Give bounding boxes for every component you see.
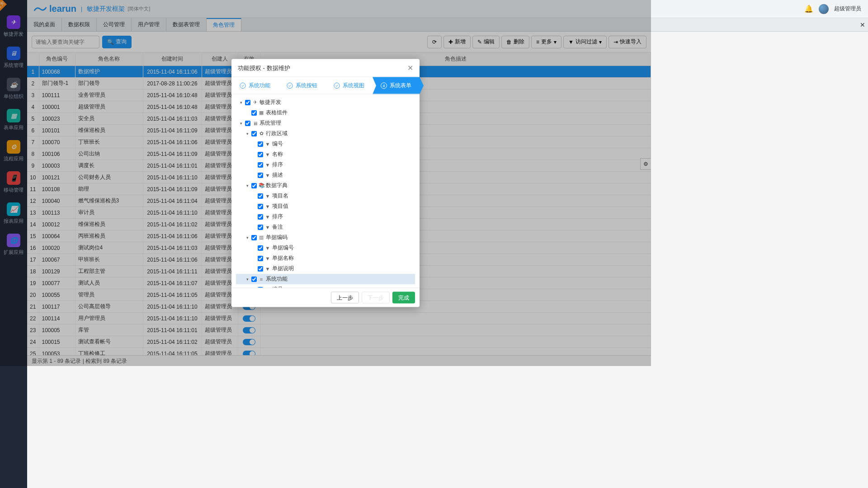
tree-node-icon: ▼ [265,245,270,250]
tree-node-icon: ▼ [265,266,270,271]
tree-node[interactable]: ▼编号 [236,139,415,149]
tree-node[interactable]: ▾✈敏捷开发 [236,97,415,108]
tree-caret-icon[interactable]: ▾ [245,235,250,239]
tree-checkbox[interactable] [251,131,257,136]
tree-node-icon: ▼ [265,214,270,219]
tree-checkbox[interactable] [245,99,250,105]
tree-node-label: 单据编号 [272,244,294,252]
tree-checkbox[interactable] [258,162,263,167]
authorize-modal: 功能授权 - 数据维护 ✕ 系统功能系统按钮系统视图4系统表单 ▾✈敏捷开发▦表… [231,59,420,307]
tree-node-label: 描述 [272,171,283,179]
tree-node[interactable]: ▾📚数据字典 [236,180,415,191]
tree-node-label: 备注 [272,223,283,231]
tree-node-icon: ▼ [265,224,270,230]
tree-checkbox[interactable] [258,214,263,219]
tree-node-label: 系统功能 [266,275,288,283]
tree-node-icon: 🖥 [252,120,258,126]
tree-node-icon: 📚 [259,183,264,188]
tree-checkbox[interactable] [258,286,263,288]
tree-checkbox[interactable] [251,235,257,240]
tree-checkbox[interactable] [251,183,257,188]
tree-node-label: 数据字典 [266,182,288,189]
tree-node-label: 系统管理 [259,119,281,127]
tree-node[interactable]: ▼备注 [236,222,415,232]
tree-node-label: 单据名称 [272,254,294,262]
tree-node-label: 单据编码 [266,234,288,241]
tree-node-label: 编号 [272,286,283,288]
next-step-button[interactable]: 下一步 [362,292,390,304]
tree-checkbox[interactable] [258,255,263,261]
wizard-step-1[interactable]: 系统按钮 [278,77,326,94]
tree-caret-icon[interactable]: ▾ [245,277,250,281]
svg-point-0 [240,83,245,88]
tree-node[interactable]: ▼单据名称 [236,253,415,263]
modal-close-icon[interactable]: ✕ [407,64,413,72]
tree-checkbox[interactable] [258,203,263,209]
tree-checkbox[interactable] [258,141,263,146]
tree-node-icon: ▼ [265,141,270,146]
tree-node-label: 编号 [272,140,283,148]
tree-node-label: 排序 [272,213,283,221]
tree-node-icon: ▼ [265,172,270,178]
tree-node-icon: ▥ [259,235,264,240]
tree-node[interactable]: ▾≡系统功能 [236,274,415,284]
tree-checkbox[interactable] [258,224,263,230]
tree-checkbox[interactable] [251,110,257,115]
tree-node[interactable]: ▼项目值 [236,201,415,211]
svg-point-1 [287,83,292,88]
tree-node[interactable]: ▼编号 [236,284,415,288]
permission-tree[interactable]: ▾✈敏捷开发▦表格组件▾🖥系统管理▾✿行政区域▼编号▼名称▼排序▼描述▾📚数据字… [231,94,420,288]
wizard-step-0[interactable]: 系统功能 [231,77,278,94]
tree-node-label: 名称 [272,150,283,158]
tree-checkbox[interactable] [245,120,250,126]
modal-title: 功能授权 - 数据维护 [238,64,290,72]
tree-node-icon: ▼ [265,162,270,167]
tree-node[interactable]: ▼排序 [236,160,415,170]
tree-node[interactable]: ▼单据编号 [236,243,415,253]
prev-step-button[interactable]: 上一步 [331,292,359,304]
tree-node-icon: ≡ [259,276,264,282]
tree-node-icon: ▼ [265,193,270,198]
tree-node-icon: ▼ [265,151,270,157]
tree-node[interactable]: ▼单据说明 [236,263,415,274]
tree-node-icon: ✿ [259,131,264,136]
tree-node[interactable]: ▾▥单据编码 [236,232,415,243]
tree-node[interactable]: ▾🖥系统管理 [236,118,415,128]
tree-node[interactable]: ▼排序 [236,211,415,222]
tree-node-icon: ▼ [265,255,270,261]
tree-node-icon: ▼ [265,203,270,209]
tree-node-label: 敏捷开发 [259,99,281,106]
tree-node-label: 项目名 [272,192,288,200]
finish-button[interactable]: 完成 [392,292,415,304]
tree-node-icon: ✈ [252,99,258,105]
tree-checkbox[interactable] [251,276,257,282]
tree-node-icon: ▼ [265,286,270,288]
tree-checkbox[interactable] [258,266,263,271]
wizard-step-2[interactable]: 系统视图 [326,77,373,94]
tree-node-label: 项目值 [272,202,288,210]
tree-node[interactable]: ▼名称 [236,149,415,160]
tree-node-label: 表格组件 [266,109,288,117]
tree-checkbox[interactable] [258,193,263,198]
wizard-step-3[interactable]: 4系统表单 [373,77,420,94]
tree-node-label: 单据说明 [272,265,294,272]
tree-node[interactable]: ▦表格组件 [236,108,415,118]
svg-point-2 [334,83,340,88]
tree-node[interactable]: ▾✿行政区域 [236,128,415,139]
tree-node-label: 行政区域 [266,130,288,137]
tree-node-icon: ▦ [259,110,264,116]
tree-caret-icon[interactable]: ▾ [239,121,243,125]
tree-checkbox[interactable] [258,245,263,250]
tree-caret-icon[interactable]: ▾ [245,183,250,188]
tree-node[interactable]: ▼描述 [236,170,415,180]
tree-node-label: 排序 [272,161,283,169]
tree-checkbox[interactable] [258,172,263,178]
tree-checkbox[interactable] [258,151,263,157]
wizard-steps: 系统功能系统按钮系统视图4系统表单 [231,77,420,94]
tree-caret-icon[interactable]: ▾ [245,131,250,136]
tree-caret-icon[interactable]: ▾ [239,100,243,104]
tree-node[interactable]: ▼项目名 [236,191,415,201]
